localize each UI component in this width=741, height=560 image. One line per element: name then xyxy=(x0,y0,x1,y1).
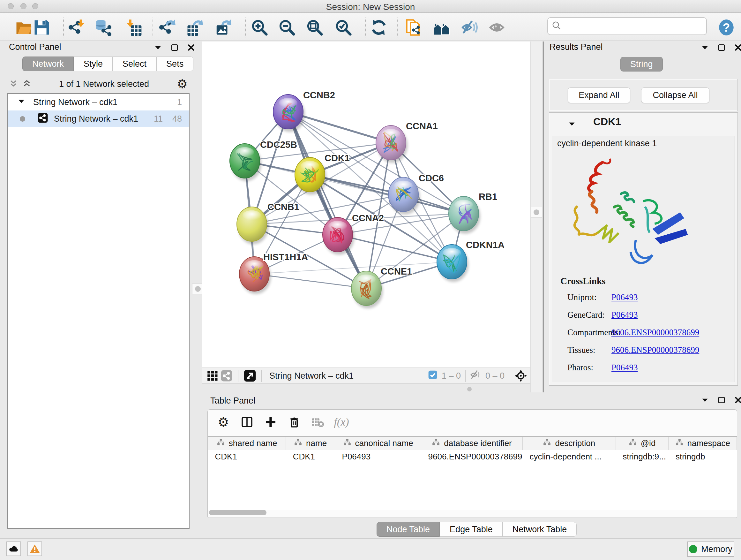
network-row[interactable]: String Network – cdk1 11 48 xyxy=(8,111,189,127)
search-input[interactable] xyxy=(561,21,698,32)
float-icon[interactable] xyxy=(718,44,726,53)
table-cell: CDK1 xyxy=(286,450,335,463)
zoom-selected-icon[interactable] xyxy=(334,18,352,37)
collapse-caret-icon[interactable] xyxy=(701,44,709,53)
duplicate-network-icon[interactable] xyxy=(404,18,422,37)
cloud-icon[interactable] xyxy=(6,542,21,556)
column-header-name[interactable]: name xyxy=(286,437,335,450)
help-icon[interactable]: ? xyxy=(718,18,735,37)
zoom-fit-icon[interactable] xyxy=(306,18,324,37)
gear-icon[interactable]: ⚙ xyxy=(216,415,231,429)
network-canvas[interactable]: CCNB2 CCNA1 CDC25B CDK1 CDC6 xyxy=(202,42,530,367)
tab-node-table[interactable]: Node Table xyxy=(377,522,440,537)
protein-structure-image xyxy=(565,151,696,271)
export-table-icon[interactable] xyxy=(186,18,204,37)
horizontal-splitter-handle[interactable] xyxy=(467,387,472,391)
control-panel-tabs: NetworkStyleSelectSets xyxy=(22,57,193,71)
main-toolbar: ? xyxy=(0,13,741,41)
open-folder-icon[interactable] xyxy=(15,18,32,37)
expand-all-button[interactable]: Expand All xyxy=(568,87,630,103)
table-hscrollbar[interactable] xyxy=(209,510,266,515)
tab-select[interactable]: Select xyxy=(113,57,156,71)
table-cell: 9606.ENSP00000378699 xyxy=(421,450,523,463)
tab-style[interactable]: Style xyxy=(74,57,113,71)
selected-checkbox-icon[interactable] xyxy=(428,370,438,382)
crosslink-value-link[interactable]: P06493 xyxy=(611,310,638,320)
toolbar-separator xyxy=(245,17,246,37)
gear-icon[interactable]: ⚙ xyxy=(177,77,188,91)
warning-icon[interactable] xyxy=(27,542,42,556)
memory-button[interactable]: Memory xyxy=(687,542,734,557)
float-icon[interactable] xyxy=(718,396,726,406)
save-icon[interactable] xyxy=(33,18,51,37)
delete-column-icon[interactable] xyxy=(287,415,301,429)
zoom-in-icon[interactable] xyxy=(251,18,268,37)
gene-detail-box: cyclin-dependent kinase 1 CrossLinks Uni… xyxy=(552,136,735,382)
import-network-icon[interactable] xyxy=(68,18,85,37)
network-edge xyxy=(254,274,366,288)
control-panel-controls xyxy=(154,44,195,53)
collapse-all-button[interactable]: Collapse All xyxy=(641,87,710,103)
tab-edge-table[interactable]: Edge Table xyxy=(440,522,502,537)
add-column-icon[interactable] xyxy=(263,415,278,429)
crosslink-value-link[interactable]: P06493 xyxy=(611,293,638,302)
tab-sets[interactable]: Sets xyxy=(156,57,193,71)
import-table-icon[interactable] xyxy=(124,18,142,37)
close-icon[interactable] xyxy=(734,396,741,406)
crosslink-value-link[interactable]: P06493 xyxy=(611,363,638,373)
table-panel-title: Table Panel xyxy=(210,396,255,406)
close-icon[interactable] xyxy=(187,44,195,53)
crosslink-value-link[interactable]: 9606.ENSP00000378699 xyxy=(611,345,699,355)
column-header-description[interactable]: description xyxy=(523,437,616,450)
column-header-canonical-name[interactable]: canonical name xyxy=(335,437,421,450)
grid-view-icon[interactable] xyxy=(205,369,219,383)
network-list-header: 1 of 1 Network selected ⚙ xyxy=(9,77,188,91)
crosslink-label: Uniprot: xyxy=(552,293,611,302)
network-node-CDC6: CDC6 xyxy=(388,173,444,214)
hidden-eye-icon[interactable] xyxy=(470,369,482,383)
right-splitter-handle[interactable] xyxy=(531,207,542,218)
table-row[interactable]: CDK1CDK1P064939606.ENSP00000378699cyclin… xyxy=(208,450,737,463)
tab-string[interactable]: String xyxy=(620,57,663,71)
refresh-icon[interactable] xyxy=(370,18,388,37)
gene-collapse-caret-icon[interactable] xyxy=(568,120,576,129)
table-cell: cyclin-dependent ... xyxy=(523,450,616,463)
column-header-database-identifier[interactable]: database identifier xyxy=(421,437,523,450)
title-bar: Session: New Session xyxy=(0,0,741,13)
column-header-namespace[interactable]: namespace xyxy=(669,437,737,450)
open-in-new-icon[interactable] xyxy=(243,369,257,383)
crosslinks-list: Uniprot: P06493 GeneCard: P06493 Compart… xyxy=(552,289,734,376)
network-share-icon-gray[interactable] xyxy=(219,369,233,383)
collapse-caret-icon[interactable] xyxy=(154,44,162,53)
export-network-icon[interactable] xyxy=(158,18,176,37)
node-label: CDC6 xyxy=(419,173,444,183)
collapse-all-icon[interactable] xyxy=(9,79,18,89)
network-node-CDC25B: CDC25B xyxy=(230,139,297,181)
zoom-out-icon[interactable] xyxy=(278,18,296,37)
crosslink-value-link[interactable]: 9606.ENSP00000378699 xyxy=(611,327,699,337)
float-icon[interactable] xyxy=(171,44,179,53)
close-icon[interactable] xyxy=(734,44,741,53)
left-splitter-handle[interactable] xyxy=(192,284,204,294)
results-panel-controls xyxy=(701,44,741,53)
table-cell: P06493 xyxy=(335,450,421,463)
crosslink-label: Compartments: xyxy=(552,327,611,337)
network-node-CCNB2: CCNB2 xyxy=(273,90,335,132)
collapse-caret-icon[interactable] xyxy=(701,396,709,406)
birdseye-icon[interactable] xyxy=(514,369,528,383)
column-header-shared-name[interactable]: shared name xyxy=(208,437,286,450)
show-hidden-icon[interactable] xyxy=(488,18,507,37)
tab-network-table[interactable]: Network Table xyxy=(502,522,577,537)
neighbors-icon[interactable] xyxy=(433,18,451,37)
export-image-icon[interactable] xyxy=(214,18,232,37)
results-panel-title: Results Panel xyxy=(549,42,603,52)
network-collection-row[interactable]: String Network – cdk1 1 xyxy=(8,94,189,111)
tab-network[interactable]: Network xyxy=(22,57,74,71)
hide-selected-icon[interactable] xyxy=(461,18,479,37)
column-header--id[interactable]: @id xyxy=(616,437,669,450)
expand-all-icon[interactable] xyxy=(22,79,31,89)
network-view-toolbar: String Network – cdk1 1 – 0 0 – 0 xyxy=(202,368,530,384)
import-network-database-icon[interactable] xyxy=(95,18,113,37)
network-share-icon xyxy=(37,112,48,125)
split-columns-icon[interactable] xyxy=(240,415,254,429)
